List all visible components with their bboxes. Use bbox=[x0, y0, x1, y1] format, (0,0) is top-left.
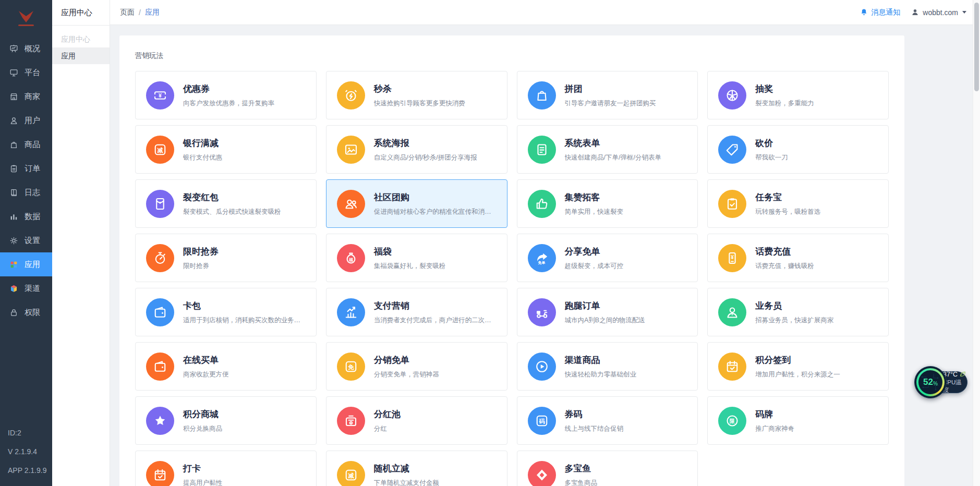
app-card-title: 集赞拓客 bbox=[565, 191, 624, 203]
cpu-monitor-widget[interactable]: 37°C CPU温度 52% bbox=[914, 365, 977, 399]
coupon-badge-icon: 减 bbox=[146, 136, 174, 164]
app-card-券码[interactable]: 码券码线上与线下结合促销 bbox=[517, 396, 698, 445]
breadcrumb: 页面 / 应用 bbox=[120, 8, 160, 17]
chevron-down-icon bbox=[962, 11, 966, 14]
sidebar-item-label: 用户 bbox=[25, 116, 40, 126]
app-card-抽奖[interactable]: 抽奖裂变加粉，多重能力 bbox=[707, 71, 889, 119]
app-card-卡包[interactable]: 卡包适用于到店核销，消耗购买次数的业务场景 bbox=[135, 288, 317, 336]
app-card-text: 跑腿订单城市内A到B之间的物流配送 bbox=[565, 300, 645, 325]
app-card-积分签到[interactable]: 积分签到增加用户黏性，积分来源之一 bbox=[707, 342, 889, 391]
app-card-系统表单[interactable]: 系统表单快速创建商品/下单/弹框/分销表单 bbox=[517, 125, 698, 174]
app-card-社区团购[interactable]: 社区团购促进商铺对核心客户的精准化宣传和消费刺激 bbox=[326, 179, 507, 228]
coupon-badge-icon: 码 bbox=[528, 407, 556, 435]
app-card-title: 分红池 bbox=[374, 408, 401, 420]
app-card-title: 支付营销 bbox=[374, 300, 497, 312]
app-card-多宝鱼[interactable]: 多宝鱼多宝鱼商品 bbox=[517, 451, 698, 486]
app-card-text: 拼团引导客户邀请朋友一起拼团购买 bbox=[565, 83, 656, 108]
prize-wheel-icon bbox=[718, 81, 746, 110]
app-card-desc: 增加用户黏性，积分来源之一 bbox=[755, 370, 840, 379]
price-tag-icon bbox=[718, 136, 746, 164]
app-card-title: 话费充值 bbox=[755, 246, 814, 258]
app-card-text: 在线买单商家收款更方便 bbox=[183, 354, 229, 379]
app-card-秒杀[interactable]: 秒杀快速抢购引导顾客更多更快消费 bbox=[326, 71, 507, 119]
app-card-desc: 超级裂变，成本可控 bbox=[565, 262, 624, 271]
wallet-icon bbox=[146, 298, 174, 326]
app-card-限时抢券[interactable]: 限时抢券限时抢券 bbox=[135, 234, 317, 282]
app-card-在线买单[interactable]: 在线买单商家收款更方便 bbox=[135, 342, 317, 391]
sidebar-item-日志[interactable]: 日志 bbox=[0, 180, 52, 204]
sidebar-item-渠道[interactable]: 渠道 bbox=[0, 276, 52, 300]
sub-sidebar: 应用中心 应用中心应用 bbox=[52, 0, 110, 486]
app-card-title: 银行满减 bbox=[183, 137, 222, 149]
sidebar-item-应用[interactable]: 应用 bbox=[0, 252, 52, 276]
chart-growth-icon bbox=[337, 298, 365, 326]
task-clipboard-icon bbox=[718, 190, 746, 218]
notifications-button[interactable]: 消息通知 bbox=[860, 8, 900, 17]
sidebar-item-订单[interactable]: 订单 bbox=[0, 156, 52, 180]
sub-menu-item-应用[interactable]: 应用 bbox=[52, 47, 110, 64]
app-card-优惠券[interactable]: ¥优惠券向客户发放优惠券，提升复购率 bbox=[135, 71, 317, 119]
svg-text:¥: ¥ bbox=[159, 92, 162, 98]
sidebar-item-商家[interactable]: 商家 bbox=[0, 84, 52, 108]
sidebar-item-label: 商家 bbox=[25, 92, 40, 102]
app-card-title: 任务宝 bbox=[755, 191, 820, 203]
monitor-icon bbox=[9, 68, 19, 78]
app-card-text: 渠道商品快速轻松助力零基础创业 bbox=[565, 354, 637, 379]
sub-menu-item-应用中心[interactable]: 应用中心 bbox=[52, 31, 110, 47]
app-card-grid: ¥优惠券向客户发放优惠券，提升复购率秒杀快速抢购引导顾客更多更快消费拼团引导客户… bbox=[135, 71, 889, 486]
scrollbar-thumb[interactable] bbox=[974, 3, 979, 91]
user-icon bbox=[9, 116, 19, 126]
app-card-拼团[interactable]: 拼团引导客户邀请朋友一起拼团购买 bbox=[517, 71, 698, 119]
app-card-话费充值[interactable]: ¥话费充值话费充值，赚钱吸粉 bbox=[707, 234, 889, 282]
app-card-随机立减[interactable]: 减随机立减下单随机立减支付金额 bbox=[326, 451, 507, 486]
app-card-text: 打卡提高用户黏性 bbox=[183, 463, 222, 486]
app-card-desc: 裂变加粉，多重能力 bbox=[755, 99, 814, 108]
app-card-desc: 城市内A到B之间的物流配送 bbox=[565, 316, 645, 325]
app-card-系统海报[interactable]: 系统海报自定义商品/分销/秒杀/拼团分享海报 bbox=[326, 125, 507, 174]
sidebar-item-设置[interactable]: 设置 bbox=[0, 228, 52, 252]
sidebar-item-概况[interactable]: 概况 bbox=[0, 37, 52, 60]
sidebar-item-用户[interactable]: 用户 bbox=[0, 108, 52, 132]
top-bar: 页面 / 应用 消息通知 wobbt.com bbox=[110, 0, 980, 25]
app-card-跑腿订单[interactable]: 跑腿订单城市内A到B之间的物流配送 bbox=[517, 288, 698, 336]
sidebar-item-label: 日志 bbox=[25, 188, 40, 198]
ticket-icon: ¥ bbox=[146, 81, 174, 110]
sidebar-item-商品[interactable]: 商品 bbox=[0, 132, 52, 156]
app-card-业务员[interactable]: 业务员招募业务员，快速扩展商家 bbox=[707, 288, 889, 336]
app-card-积分商城[interactable]: 积分商城积分兑换商品 bbox=[135, 396, 317, 445]
app-card-desc: 多宝鱼商品 bbox=[565, 479, 598, 486]
app-card-渠道商品[interactable]: 渠道商品快速轻松助力零基础创业 bbox=[517, 342, 698, 391]
app-card-text: 秒杀快速抢购引导顾客更多更快消费 bbox=[374, 83, 465, 108]
sidebar-item-label: 平台 bbox=[25, 68, 40, 78]
sidebar-item-数据[interactable]: 数据 bbox=[0, 204, 52, 228]
app-card-码牌[interactable]: 限码牌推广商家神奇 bbox=[707, 396, 889, 445]
app-card-福袋[interactable]: 福福袋集福袋赢好礼，裂变吸粉 bbox=[326, 234, 507, 282]
account-menu[interactable]: wobbt.com bbox=[911, 8, 966, 17]
app-card-分红池[interactable]: 分红池分红 bbox=[326, 396, 507, 445]
sidebar-item-平台[interactable]: 平台 bbox=[0, 60, 52, 84]
app-card-desc: 线上与线下结合促销 bbox=[565, 424, 624, 433]
app-card-银行满减[interactable]: 减银行满减银行支付优惠 bbox=[135, 125, 317, 174]
section-title: 营销玩法 bbox=[135, 51, 889, 60]
sidebar-item-权限[interactable]: 权限 bbox=[0, 300, 52, 324]
app-logo[interactable] bbox=[0, 0, 52, 32]
app-card-裂变红包[interactable]: 裂变红包裂变模式、瓜分模式快速裂变吸粉 bbox=[135, 179, 317, 228]
app-card-打卡[interactable]: 打卡提高用户黏性 bbox=[135, 451, 317, 486]
svg-text:免: 免 bbox=[347, 363, 354, 370]
app-card-集赞拓客[interactable]: 集赞拓客简单实用，快速裂变 bbox=[517, 179, 698, 228]
coupon-badge-icon: 减 bbox=[337, 461, 365, 486]
app-card-desc: 提高用户黏性 bbox=[183, 479, 222, 486]
app-card-砍价[interactable]: 砍价帮我砍一刀 bbox=[707, 125, 889, 174]
coupon-badge-icon: 免 bbox=[337, 353, 365, 381]
sub-sidebar-menu: 应用中心应用 bbox=[52, 26, 110, 64]
app-card-分销免单[interactable]: 免分销免单分销变免单，营销神器 bbox=[326, 342, 507, 391]
app-card-支付营销[interactable]: 支付营销当消费者支付完成后，商户进行的二次营销 bbox=[326, 288, 507, 336]
app-card-title: 码牌 bbox=[755, 408, 794, 420]
breadcrumb-item-page[interactable]: 页面 bbox=[120, 8, 135, 17]
app-card-desc: 话费充值，赚钱吸粉 bbox=[755, 262, 814, 271]
app-card-text: 积分签到增加用户黏性，积分来源之一 bbox=[755, 354, 840, 379]
breadcrumb-item-app[interactable]: 应用 bbox=[145, 8, 160, 17]
app-card-任务宝[interactable]: 任务宝玩转服务号，吸粉首选 bbox=[707, 179, 889, 228]
sidebar-item-label: 数据 bbox=[25, 212, 40, 222]
app-card-分享免单[interactable]: 免单分享免单超级裂变，成本可控 bbox=[517, 234, 698, 282]
